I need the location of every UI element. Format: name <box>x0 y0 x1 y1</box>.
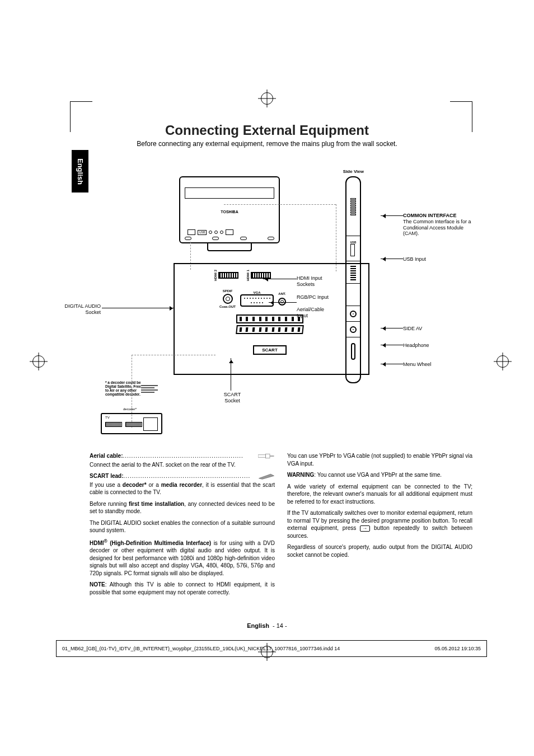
aerial-plug-icon <box>258 453 275 459</box>
registration-mark-top <box>261 92 273 105</box>
hdmi-note: NOTE: Although this TV is able to connec… <box>90 581 275 596</box>
callout-aerial-input: Aerial/Cable Input <box>297 307 330 319</box>
source-button-icon <box>360 525 370 532</box>
side-hdmi-slot <box>346 261 360 284</box>
arrow <box>263 279 297 279</box>
callout-scart-socket: SCART Socket <box>216 392 249 404</box>
page-title: Connecting External Equipment <box>0 123 534 138</box>
print-file-name: 01_MB62_[GB]_(01-TV)_IDTV_(IB_INTERNET)_… <box>62 646 340 651</box>
svg-rect-1 <box>266 454 270 458</box>
registration-mark-right <box>496 355 509 368</box>
ant-port <box>278 298 286 306</box>
svg-rect-0 <box>258 455 266 458</box>
side-view-label: Side View <box>343 169 364 174</box>
dashed-line <box>132 355 216 355</box>
scart-label: SCART <box>253 345 287 355</box>
hdmi2-label: HDMI 2 <box>214 270 217 281</box>
print-info-bar: 01_MB62_[GB]_(01-TV)_IDTV_(IB_INTERNET)_… <box>56 640 487 657</box>
side-view-panel: USB <box>345 176 361 383</box>
vga-warning: WARNING: You cannot use VGA and YPbPr at… <box>287 471 472 479</box>
scart-port-top <box>236 314 303 323</box>
print-timestamp: 05.05.2012 19:10:35 <box>434 646 481 651</box>
tv-stand <box>207 243 252 251</box>
callout-side-av: SIDE AV <box>403 326 448 332</box>
coax-out-label: Coax.OUT <box>219 305 236 308</box>
decoder-label: decoder* <box>123 407 137 411</box>
callout-menu-wheel: Menu Wheel <box>403 361 448 368</box>
ypbpr-body: You can use YPbPr to VGA cable (not supp… <box>287 452 472 467</box>
arrow <box>381 215 403 216</box>
callout-hdmi-sockets: HDMI Input Sockets <box>297 275 330 288</box>
scart-port-bottom <box>236 325 304 334</box>
body-columns: Aerial cable: ..........................… <box>90 452 472 600</box>
arrow <box>381 364 403 364</box>
arrow <box>231 358 231 391</box>
digital-audio-copy-note: Regardless of source's property, audio o… <box>287 543 472 558</box>
arrow <box>269 302 297 303</box>
dashed-line <box>336 204 336 271</box>
callout-digital-audio: DIGITAL AUDIO Socket <box>56 303 101 316</box>
ci-slot <box>346 177 360 236</box>
decoder-box: TV <box>101 413 162 434</box>
hdmi2-port <box>218 272 238 279</box>
language-tab: English <box>72 150 88 192</box>
scart-lead-heading: SCART lead: ............................… <box>90 472 275 480</box>
arrow <box>381 345 403 345</box>
digital-audio-body: The DIGITAL AUDIO socket enables the con… <box>90 519 275 534</box>
spdif-port <box>223 294 233 304</box>
tv-bottom-ports: USB <box>179 227 280 238</box>
hdmi1-label: HDMI 1 <box>246 270 250 281</box>
dashed-line <box>224 204 336 205</box>
side-usb-slot: USB <box>346 236 360 261</box>
arrow <box>381 328 403 328</box>
callout-common-interface: COMMON INTERFACE The Common Interface is… <box>403 213 476 237</box>
decoder-note: * a decoder could be Digital Satellite, … <box>105 381 142 397</box>
aerial-body: Connect the aerial to the ANT. socket on… <box>90 461 275 469</box>
callout-rgb-input: RGB/PC Input <box>297 294 330 300</box>
arrow <box>102 308 175 308</box>
rear-panel: HDMI 2 HDMI 1 SPDIF Coax.OUT VGA ANT. <box>174 263 369 375</box>
first-time-install-note: Before running first time installation, … <box>90 500 275 515</box>
menu-wheel <box>346 337 360 365</box>
scart-plug-icon <box>258 473 275 480</box>
page-footer: English- 14 - <box>0 622 534 629</box>
left-column: Aerial cable: ..........................… <box>90 452 275 600</box>
arrow <box>381 259 403 259</box>
scart-body-1: If you use a decoder* or a media recorde… <box>90 481 275 496</box>
hdmi-body: HDMI® (High-Definition Multimedia Interf… <box>90 538 275 577</box>
connection-diagram: TOSHIBA USB HDMI 2 HDMI 1 SPDIF <box>101 173 442 448</box>
crop-mark <box>70 101 92 102</box>
right-column: You can use YPbPr to VGA cable (not supp… <box>287 452 472 600</box>
decoder-arrow-icon <box>141 384 158 395</box>
usb-label: USB <box>198 230 207 235</box>
crop-mark <box>450 101 472 102</box>
source-switch-body: If the TV automatically switches over to… <box>287 509 472 539</box>
side-av-jack <box>346 306 360 322</box>
page-subtitle: Before connecting any external equipment… <box>0 140 534 148</box>
ant-label: ANT. <box>278 292 286 295</box>
callout-usb-input: USB Input <box>403 256 448 262</box>
spdif-label: SPDIF <box>219 289 236 293</box>
callout-headphone: Headphone <box>403 342 448 349</box>
headphone-jack <box>346 322 360 337</box>
tv-brand-label: TOSHIBA <box>180 210 279 214</box>
aerial-cable-heading: Aerial cable: ..........................… <box>90 452 275 460</box>
registration-mark-left <box>32 355 45 368</box>
external-equipment-body: A wide variety of external equipment can… <box>287 483 472 506</box>
